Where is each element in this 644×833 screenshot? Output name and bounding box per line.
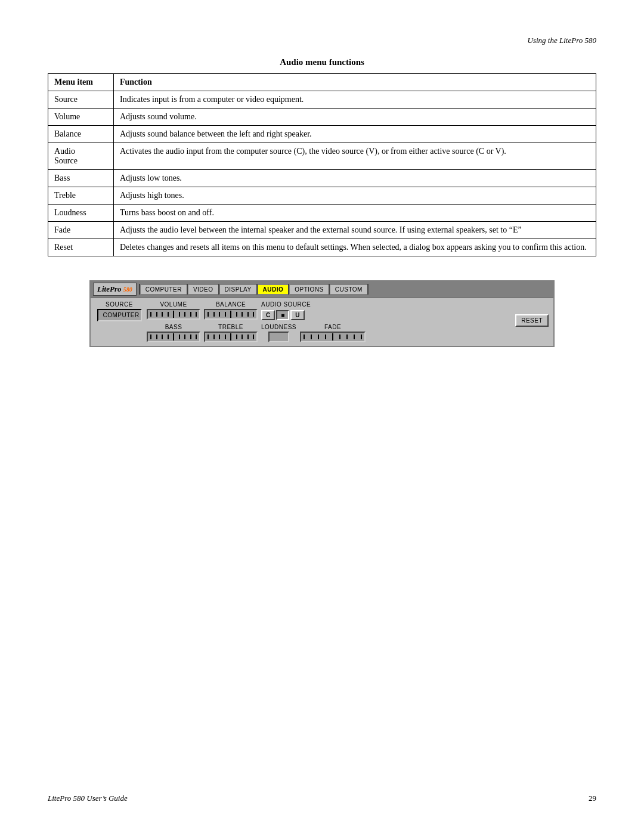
treble-slider-inner [205, 333, 256, 341]
col1-header: Menu item [48, 74, 114, 91]
audio-source-c-btn[interactable]: C [261, 310, 275, 320]
volume-slider-inner [148, 310, 199, 318]
content-area: SOURCE COMPUTER VOLUME [91, 298, 553, 346]
tick [208, 335, 209, 339]
table-function-cell: Indicates input is from a computer or vi… [114, 91, 596, 109]
tick [318, 335, 319, 339]
loudness-control: LOUDNESS [261, 324, 296, 342]
bottom-row: BASS [147, 324, 512, 342]
tick [213, 312, 215, 317]
table-item-cell: Source [48, 91, 114, 109]
table-item-cell: Bass [48, 170, 114, 187]
footer-left: LitePro 580 User’s Guide [48, 794, 128, 803]
tick [213, 335, 215, 339]
tick [325, 335, 326, 339]
tick [242, 312, 243, 317]
tick [184, 312, 185, 317]
table-row: ResetDeletes changes and resets all item… [48, 239, 596, 256]
tick [219, 312, 220, 317]
tick [225, 335, 226, 339]
tick [156, 335, 157, 339]
table-item-cell: Reset [48, 239, 114, 256]
tick [225, 312, 226, 317]
tick [236, 335, 237, 339]
table-function-cell: Deletes changes and resets all items on … [114, 239, 596, 256]
table-row: VolumeAdjusts sound volume. [48, 109, 596, 126]
table-row: FadeAdjusts the audio level between the … [48, 222, 596, 239]
footer-right: 29 [589, 794, 596, 803]
balance-slider[interactable] [204, 309, 258, 320]
table-function-cell: Activates the audio input from the compu… [114, 143, 596, 170]
tick [346, 335, 348, 339]
tick [150, 335, 151, 339]
fade-label: FADE [324, 324, 341, 330]
tick-tall [332, 333, 333, 340]
audio-source-u-btn[interactable]: U [290, 310, 304, 320]
menu-custom[interactable]: CUSTOM [330, 284, 367, 295]
menu-display[interactable]: DISPLAY [219, 284, 256, 295]
table-function-cell: Turns bass boost on and off. [114, 205, 596, 222]
right-section: RESET [515, 301, 549, 327]
volume-slider[interactable] [147, 309, 200, 320]
fade-slider[interactable] [300, 332, 366, 342]
table-row: Audio SourceActivates the audio input fr… [48, 143, 596, 170]
camera-icon: ■ [281, 312, 284, 318]
menu-bar: LitePro 580 COMPUTER VIDEO DISPLAY AUDIO… [91, 281, 553, 298]
bass-tick-marks [150, 333, 197, 340]
logo-badge: LitePro 580 [93, 283, 137, 296]
tick [247, 335, 249, 339]
table-row: LoudnessTurns bass boost on and off. [48, 205, 596, 222]
tick [339, 335, 340, 339]
menu-video[interactable]: VIDEO [188, 284, 218, 295]
audio-source-buttons: C ■ U [261, 310, 305, 320]
tick [354, 335, 355, 339]
balance-tick-marks [208, 311, 254, 318]
treble-slider[interactable] [204, 332, 258, 342]
table-row: BassAdjusts low tones. [48, 170, 596, 187]
menu-separator-7 [367, 284, 369, 295]
table-item-cell: Balance [48, 126, 114, 143]
table-row: SourceIndicates input is from a computer… [48, 91, 596, 109]
audio-source-cam-btn[interactable]: ■ [276, 310, 289, 320]
volume-tick-marks [150, 311, 197, 318]
table-function-cell: Adjusts the audio level between the inte… [114, 222, 596, 239]
tick [156, 312, 157, 317]
loudness-label: LOUDNESS [261, 324, 296, 330]
treble-control: TREBLE [204, 324, 258, 342]
fade-slider-inner [301, 333, 364, 341]
table-function-cell: Adjusts low tones. [114, 170, 596, 187]
loudness-box[interactable] [268, 332, 289, 342]
header-text: Using the LitePro 580 [528, 36, 596, 45]
tick [179, 335, 180, 339]
top-row: VOLUME [147, 301, 512, 320]
menu-computer[interactable]: COMPUTER [140, 284, 187, 295]
bass-label: BASS [165, 324, 182, 330]
tick-tall [173, 311, 174, 318]
table-row: TrebleAdjusts high tones. [48, 187, 596, 205]
menu-options[interactable]: OPTIONS [289, 284, 329, 295]
source-value: COMPUTER [97, 309, 142, 321]
audio-source-label: AUDIO SOURCE [261, 301, 311, 308]
tick [304, 335, 305, 339]
balance-control: BALANCE [204, 301, 258, 320]
tick-tall [230, 311, 231, 318]
tick [168, 312, 169, 317]
tick [247, 312, 249, 317]
tick [361, 335, 362, 339]
source-section: SOURCE COMPUTER [95, 301, 143, 321]
source-label: SOURCE [106, 301, 133, 308]
page-container: Using the LitePro 580 Audio menu functio… [0, 0, 644, 833]
menu-audio[interactable]: AUDIO [258, 284, 289, 295]
table-row: BalanceAdjusts sound balance between the… [48, 126, 596, 143]
volume-label: VOLUME [160, 301, 187, 308]
tick [168, 335, 169, 339]
tick [162, 312, 163, 317]
table-item-cell: Fade [48, 222, 114, 239]
reset-button[interactable]: RESET [515, 314, 549, 327]
table-item-cell: Audio Source [48, 143, 114, 170]
tick [184, 335, 185, 339]
table-function-cell: Adjusts sound balance between the left a… [114, 126, 596, 143]
table-item-cell: Treble [48, 187, 114, 205]
bass-slider[interactable] [147, 332, 200, 342]
logo-text: LitePro 580 [97, 284, 132, 293]
